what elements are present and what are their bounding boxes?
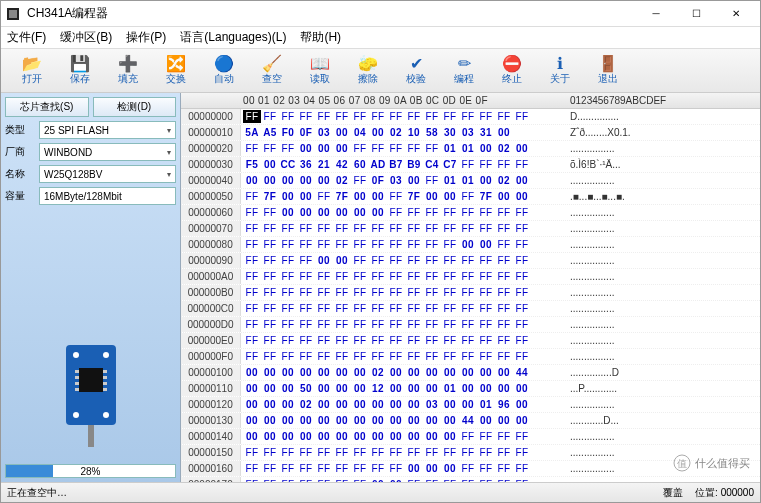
hex-ascii: ............D... — [566, 413, 760, 428]
exit-button[interactable]: 🚪退出 — [585, 51, 631, 91]
open-button[interactable]: 📂打开 — [9, 51, 55, 91]
hex-bytes[interactable]: FFFFFFFFFFFFFFFFFFFFFFFFFFFFFFFF — [241, 221, 566, 236]
hex-row[interactable]: 00000070FFFFFFFFFFFFFFFFFFFFFFFFFFFFFFFF… — [181, 221, 760, 237]
hex-row[interactable]: 00000140000000000000000000000000FFFFFFFF… — [181, 429, 760, 445]
name-label: 名称 — [5, 167, 35, 181]
swap-button[interactable]: 🔀交换 — [153, 51, 199, 91]
chip-detect-button[interactable]: 检测(D) — [93, 97, 177, 117]
verify-button[interactable]: ✔校验 — [393, 51, 439, 91]
about-button[interactable]: ℹ关于 — [537, 51, 583, 91]
menu-help[interactable]: 帮助(H) — [300, 29, 341, 46]
stop-button[interactable]: ⛔终止 — [489, 51, 535, 91]
hex-bytes[interactable]: FFFFFFFFFFFFFFFFFFFFFFFFFFFFFFFF — [241, 109, 566, 124]
exit-icon: 🚪 — [598, 56, 618, 72]
menu-operate[interactable]: 操作(P) — [126, 29, 166, 46]
chip-search-button[interactable]: 芯片查找(S) — [5, 97, 89, 117]
hex-row[interactable]: 000000A0FFFFFFFFFFFFFFFFFFFFFFFFFFFFFFFF… — [181, 269, 760, 285]
hex-bytes[interactable]: 00000002000000000000030000019600 — [241, 397, 566, 412]
hex-bytes[interactable]: FFFF000000000000FFFFFFFFFFFFFFFF — [241, 205, 566, 220]
hex-row[interactable]: 00000030F500CC36214260ADB7B9C4C7FFFFFFFF… — [181, 157, 760, 173]
hex-row[interactable]: 000000D0FFFFFFFFFFFFFFFFFFFFFFFFFFFFFFFF… — [181, 317, 760, 333]
hex-row[interactable]: 000000F0FFFFFFFFFFFFFFFFFFFFFFFFFFFFFFFF… — [181, 349, 760, 365]
statusbar: 正在查空中… 覆盖 位置: 000000 — [1, 482, 760, 502]
window-title: CH341A编程器 — [27, 5, 636, 22]
hex-ascii: ................ — [566, 397, 760, 412]
hex-row[interactable]: 00000160FFFFFFFFFFFFFFFFFF000000FFFFFFFF… — [181, 461, 760, 477]
hex-row[interactable]: 000000105AA5F00F0300040002105830033100Zˆ… — [181, 125, 760, 141]
hex-address: 000000E0 — [181, 333, 241, 348]
hex-row[interactable]: 00000020FFFFFF000000FFFFFFFFFF0101000200… — [181, 141, 760, 157]
hex-bytes[interactable]: FFFFFFFF0000FFFFFFFFFFFFFFFFFFFF — [241, 253, 566, 268]
save-button[interactable]: 💾保存 — [57, 51, 103, 91]
minimize-button[interactable]: ─ — [636, 1, 676, 27]
type-select[interactable]: 25 SPI FLASH▾ — [39, 121, 176, 139]
menu-language[interactable]: 语言(Languages)(L) — [180, 29, 286, 46]
fill-button[interactable]: ➕填充 — [105, 51, 151, 91]
hex-address: 00000020 — [181, 141, 241, 156]
read-button[interactable]: 📖读取 — [297, 51, 343, 91]
vendor-select[interactable]: WINBOND▾ — [39, 143, 176, 161]
hex-bytes[interactable]: 00000050000000120000000100000000 — [241, 381, 566, 396]
hex-row[interactable]: 00000000FFFFFFFFFFFFFFFFFFFFFFFFFFFFFFFF… — [181, 109, 760, 125]
hex-address: 00000070 — [181, 221, 241, 236]
hex-address: 00000160 — [181, 461, 241, 476]
hex-bytes[interactable]: 00000000000000020000000000000044 — [241, 365, 566, 380]
hex-bytes[interactable]: F500CC36214260ADB7B9C4C7FFFFFFFF — [241, 157, 566, 172]
write-button[interactable]: ✏编程 — [441, 51, 487, 91]
hex-ascii: ................ — [566, 461, 760, 476]
hex-bytes[interactable]: 000000000002FF0F0300FF0101000200 — [241, 173, 566, 188]
close-button[interactable]: ✕ — [716, 1, 756, 27]
content-area: 芯片查找(S) 检测(D) 类型 25 SPI FLASH▾ 厂商 WINBON… — [1, 93, 760, 482]
hex-bytes[interactable]: FFFFFFFFFFFFFFFFFFFFFFFFFFFFFFFF — [241, 333, 566, 348]
hex-ascii: ................ — [566, 141, 760, 156]
hex-row[interactable]: 00000050FF7F0000FF7F0000FF7F0000FF7F0000… — [181, 189, 760, 205]
hex-row[interactable]: 0000012000000002000000000000030000019600… — [181, 397, 760, 413]
main-window: CH341A编程器 ─ ☐ ✕ 文件(F) 缓冲区(B) 操作(P) 语言(La… — [0, 0, 761, 503]
hex-address: 00000140 — [181, 429, 241, 444]
hex-ascii: ................ — [566, 173, 760, 188]
hex-bytes[interactable]: FFFFFFFFFFFFFFFFFFFFFFFFFFFFFFFF — [241, 285, 566, 300]
name-select[interactable]: W25Q128BV▾ — [39, 165, 176, 183]
hex-address: 00000110 — [181, 381, 241, 396]
chevron-down-icon: ▾ — [167, 148, 171, 157]
svg-rect-9 — [75, 376, 79, 379]
hex-bytes[interactable]: FFFFFFFFFFFFFFFFFF000000FFFFFFFF — [241, 461, 566, 476]
type-label: 类型 — [5, 123, 35, 137]
hex-bytes[interactable]: FF7F0000FF7F0000FF7F0000FF7F0000 — [241, 189, 566, 204]
hex-bytes[interactable]: 5AA5F00F0300040002105830033100 — [241, 125, 566, 140]
hex-bytes[interactable]: FFFFFFFFFFFFFFFFFFFFFFFFFFFFFFFF — [241, 349, 566, 364]
hex-bytes[interactable]: FFFFFFFFFFFFFFFFFFFFFFFFFFFFFFFF — [241, 269, 566, 284]
erase-icon: 🧽 — [358, 56, 378, 72]
hex-bytes[interactable]: FFFFFFFFFFFFFFFFFFFFFFFFFFFFFFFF — [241, 445, 566, 460]
hex-row[interactable]: 00000060FFFF000000000000FFFFFFFFFFFFFFFF… — [181, 205, 760, 221]
hex-bytes[interactable]: 00000000000000000000000044000000 — [241, 413, 566, 428]
hex-bytes[interactable]: 000000000000000000000000FFFFFFFF — [241, 429, 566, 444]
hex-row[interactable]: 000000B0FFFFFFFFFFFFFFFFFFFFFFFFFFFFFFFF… — [181, 285, 760, 301]
hex-row[interactable]: 0000013000000000000000000000000044000000… — [181, 413, 760, 429]
hex-bytes[interactable]: FFFFFFFFFFFFFFFFFFFFFFFFFFFFFFFF — [241, 301, 566, 316]
maximize-button[interactable]: ☐ — [676, 1, 716, 27]
hex-row[interactable]: 0000010000000000000000020000000000000044… — [181, 365, 760, 381]
svg-rect-14 — [103, 382, 107, 385]
hex-bytes[interactable]: FFFFFF000000FFFFFFFFFF0101000200 — [241, 141, 566, 156]
auto-button[interactable]: 🔵自动 — [201, 51, 247, 91]
write-icon: ✏ — [458, 56, 471, 72]
blank-button[interactable]: 🧹查空 — [249, 51, 295, 91]
hex-row[interactable]: 00000090FFFFFFFF0000FFFFFFFFFFFFFFFFFFFF… — [181, 253, 760, 269]
hex-bytes[interactable]: FFFFFFFFFFFFFFFFFFFFFFFFFFFFFFFF — [241, 317, 566, 332]
hex-row[interactable]: 000000E0FFFFFFFFFFFFFFFFFFFFFFFFFFFFFFFF… — [181, 333, 760, 349]
hex-address: 00000010 — [181, 125, 241, 140]
size-value: 16MByte/128Mbit — [39, 187, 176, 205]
hex-editor[interactable]: 00 01 02 03 04 05 06 07 08 09 0A 0B 0C 0… — [181, 93, 760, 482]
hex-ascii: ................ — [566, 301, 760, 316]
auto-icon: 🔵 — [214, 56, 234, 72]
erase-button[interactable]: 🧽擦除 — [345, 51, 391, 91]
hex-row[interactable]: 000000C0FFFFFFFFFFFFFFFFFFFFFFFFFFFFFFFF… — [181, 301, 760, 317]
hex-row[interactable]: 0000011000000050000000120000000100000000… — [181, 381, 760, 397]
menu-buffer[interactable]: 缓冲区(B) — [60, 29, 112, 46]
hex-bytes[interactable]: FFFFFFFFFFFFFFFFFFFFFFFF0000FFFF — [241, 237, 566, 252]
hex-row[interactable]: 00000040000000000002FF0F0300FF0101000200… — [181, 173, 760, 189]
menu-file[interactable]: 文件(F) — [7, 29, 46, 46]
hex-row[interactable]: 00000080FFFFFFFFFFFFFFFFFFFFFFFF0000FFFF… — [181, 237, 760, 253]
hex-row[interactable]: 00000150FFFFFFFFFFFFFFFFFFFFFFFFFFFFFFFF… — [181, 445, 760, 461]
